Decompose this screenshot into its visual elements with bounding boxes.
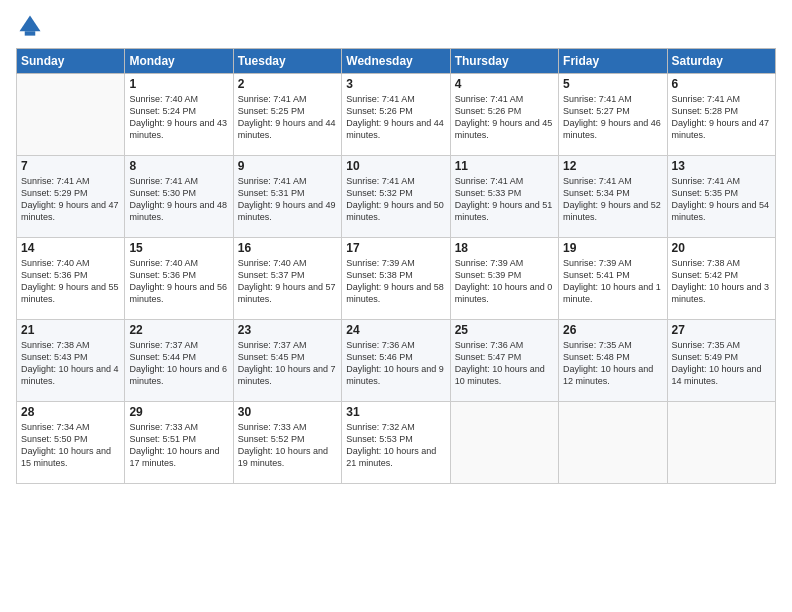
day-number: 11 [455, 159, 554, 173]
calendar-cell: 22 Sunrise: 7:37 AM Sunset: 5:44 PM Dayl… [125, 320, 233, 402]
sunrise-text: Sunrise: 7:41 AM [455, 94, 524, 104]
daylight-text: Daylight: 10 hours and 14 minutes. [672, 364, 762, 386]
sunrise-text: Sunrise: 7:41 AM [455, 176, 524, 186]
calendar-week-row: 7 Sunrise: 7:41 AM Sunset: 5:29 PM Dayli… [17, 156, 776, 238]
calendar-cell: 23 Sunrise: 7:37 AM Sunset: 5:45 PM Dayl… [233, 320, 341, 402]
sunset-text: Sunset: 5:26 PM [346, 106, 413, 116]
sunset-text: Sunset: 5:35 PM [672, 188, 739, 198]
daylight-text: Daylight: 9 hours and 48 minutes. [129, 200, 227, 222]
cell-info: Sunrise: 7:37 AM Sunset: 5:44 PM Dayligh… [129, 339, 228, 388]
header [16, 12, 776, 40]
sunrise-text: Sunrise: 7:41 AM [672, 94, 741, 104]
sunset-text: Sunset: 5:34 PM [563, 188, 630, 198]
sunrise-text: Sunrise: 7:41 AM [21, 176, 90, 186]
cell-info: Sunrise: 7:34 AM Sunset: 5:50 PM Dayligh… [21, 421, 120, 470]
sunrise-text: Sunrise: 7:41 AM [563, 94, 632, 104]
daylight-text: Daylight: 10 hours and 10 minutes. [455, 364, 545, 386]
calendar-cell: 9 Sunrise: 7:41 AM Sunset: 5:31 PM Dayli… [233, 156, 341, 238]
sunrise-text: Sunrise: 7:41 AM [346, 94, 415, 104]
sunset-text: Sunset: 5:50 PM [21, 434, 88, 444]
calendar-cell: 14 Sunrise: 7:40 AM Sunset: 5:36 PM Dayl… [17, 238, 125, 320]
daylight-text: Daylight: 9 hours and 46 minutes. [563, 118, 661, 140]
cell-info: Sunrise: 7:41 AM Sunset: 5:27 PM Dayligh… [563, 93, 662, 142]
day-number: 25 [455, 323, 554, 337]
calendar-cell: 10 Sunrise: 7:41 AM Sunset: 5:32 PM Dayl… [342, 156, 450, 238]
cell-info: Sunrise: 7:41 AM Sunset: 5:29 PM Dayligh… [21, 175, 120, 224]
calendar-week-row: 1 Sunrise: 7:40 AM Sunset: 5:24 PM Dayli… [17, 74, 776, 156]
day-number: 23 [238, 323, 337, 337]
calendar-cell: 1 Sunrise: 7:40 AM Sunset: 5:24 PM Dayli… [125, 74, 233, 156]
sunrise-text: Sunrise: 7:41 AM [346, 176, 415, 186]
calendar-cell: 3 Sunrise: 7:41 AM Sunset: 5:26 PM Dayli… [342, 74, 450, 156]
daylight-text: Daylight: 9 hours and 47 minutes. [21, 200, 119, 222]
sunrise-text: Sunrise: 7:41 AM [563, 176, 632, 186]
calendar-cell: 16 Sunrise: 7:40 AM Sunset: 5:37 PM Dayl… [233, 238, 341, 320]
sunrise-text: Sunrise: 7:35 AM [672, 340, 741, 350]
day-number: 24 [346, 323, 445, 337]
day-number: 6 [672, 77, 771, 91]
cell-info: Sunrise: 7:41 AM Sunset: 5:26 PM Dayligh… [455, 93, 554, 142]
cell-info: Sunrise: 7:37 AM Sunset: 5:45 PM Dayligh… [238, 339, 337, 388]
sunrise-text: Sunrise: 7:41 AM [238, 176, 307, 186]
calendar-weekday: Sunday [17, 49, 125, 74]
calendar-header-row: SundayMondayTuesdayWednesdayThursdayFrid… [17, 49, 776, 74]
cell-info: Sunrise: 7:33 AM Sunset: 5:52 PM Dayligh… [238, 421, 337, 470]
day-number: 2 [238, 77, 337, 91]
day-number: 28 [21, 405, 120, 419]
logo-icon [16, 12, 44, 40]
sunrise-text: Sunrise: 7:40 AM [21, 258, 90, 268]
cell-info: Sunrise: 7:41 AM Sunset: 5:26 PM Dayligh… [346, 93, 445, 142]
daylight-text: Daylight: 10 hours and 0 minutes. [455, 282, 553, 304]
day-number: 4 [455, 77, 554, 91]
calendar-cell [17, 74, 125, 156]
daylight-text: Daylight: 10 hours and 21 minutes. [346, 446, 436, 468]
calendar-cell: 11 Sunrise: 7:41 AM Sunset: 5:33 PM Dayl… [450, 156, 558, 238]
calendar-cell [559, 402, 667, 484]
day-number: 30 [238, 405, 337, 419]
cell-info: Sunrise: 7:33 AM Sunset: 5:51 PM Dayligh… [129, 421, 228, 470]
sunrise-text: Sunrise: 7:34 AM [21, 422, 90, 432]
day-number: 27 [672, 323, 771, 337]
cell-info: Sunrise: 7:36 AM Sunset: 5:47 PM Dayligh… [455, 339, 554, 388]
calendar-cell: 19 Sunrise: 7:39 AM Sunset: 5:41 PM Dayl… [559, 238, 667, 320]
calendar-weekday: Friday [559, 49, 667, 74]
cell-info: Sunrise: 7:41 AM Sunset: 5:34 PM Dayligh… [563, 175, 662, 224]
cell-info: Sunrise: 7:41 AM Sunset: 5:30 PM Dayligh… [129, 175, 228, 224]
sunrise-text: Sunrise: 7:36 AM [346, 340, 415, 350]
daylight-text: Daylight: 9 hours and 57 minutes. [238, 282, 336, 304]
daylight-text: Daylight: 9 hours and 58 minutes. [346, 282, 444, 304]
cell-info: Sunrise: 7:35 AM Sunset: 5:49 PM Dayligh… [672, 339, 771, 388]
daylight-text: Daylight: 9 hours and 45 minutes. [455, 118, 553, 140]
cell-info: Sunrise: 7:40 AM Sunset: 5:36 PM Dayligh… [129, 257, 228, 306]
sunset-text: Sunset: 5:36 PM [129, 270, 196, 280]
day-number: 29 [129, 405, 228, 419]
sunset-text: Sunset: 5:51 PM [129, 434, 196, 444]
calendar-week-row: 14 Sunrise: 7:40 AM Sunset: 5:36 PM Dayl… [17, 238, 776, 320]
sunset-text: Sunset: 5:24 PM [129, 106, 196, 116]
daylight-text: Daylight: 10 hours and 15 minutes. [21, 446, 111, 468]
sunrise-text: Sunrise: 7:38 AM [21, 340, 90, 350]
cell-info: Sunrise: 7:36 AM Sunset: 5:46 PM Dayligh… [346, 339, 445, 388]
daylight-text: Daylight: 10 hours and 9 minutes. [346, 364, 444, 386]
logo [16, 12, 48, 40]
sunrise-text: Sunrise: 7:40 AM [238, 258, 307, 268]
calendar-cell: 15 Sunrise: 7:40 AM Sunset: 5:36 PM Dayl… [125, 238, 233, 320]
daylight-text: Daylight: 9 hours and 49 minutes. [238, 200, 336, 222]
sunset-text: Sunset: 5:45 PM [238, 352, 305, 362]
sunset-text: Sunset: 5:37 PM [238, 270, 305, 280]
sunset-text: Sunset: 5:48 PM [563, 352, 630, 362]
sunrise-text: Sunrise: 7:33 AM [129, 422, 198, 432]
calendar-cell: 4 Sunrise: 7:41 AM Sunset: 5:26 PM Dayli… [450, 74, 558, 156]
calendar-cell [450, 402, 558, 484]
calendar-weekday: Tuesday [233, 49, 341, 74]
daylight-text: Daylight: 10 hours and 7 minutes. [238, 364, 336, 386]
sunrise-text: Sunrise: 7:39 AM [346, 258, 415, 268]
sunset-text: Sunset: 5:44 PM [129, 352, 196, 362]
daylight-text: Daylight: 9 hours and 44 minutes. [238, 118, 336, 140]
calendar-cell: 21 Sunrise: 7:38 AM Sunset: 5:43 PM Dayl… [17, 320, 125, 402]
sunrise-text: Sunrise: 7:37 AM [129, 340, 198, 350]
cell-info: Sunrise: 7:32 AM Sunset: 5:53 PM Dayligh… [346, 421, 445, 470]
daylight-text: Daylight: 10 hours and 6 minutes. [129, 364, 227, 386]
daylight-text: Daylight: 9 hours and 52 minutes. [563, 200, 661, 222]
day-number: 19 [563, 241, 662, 255]
